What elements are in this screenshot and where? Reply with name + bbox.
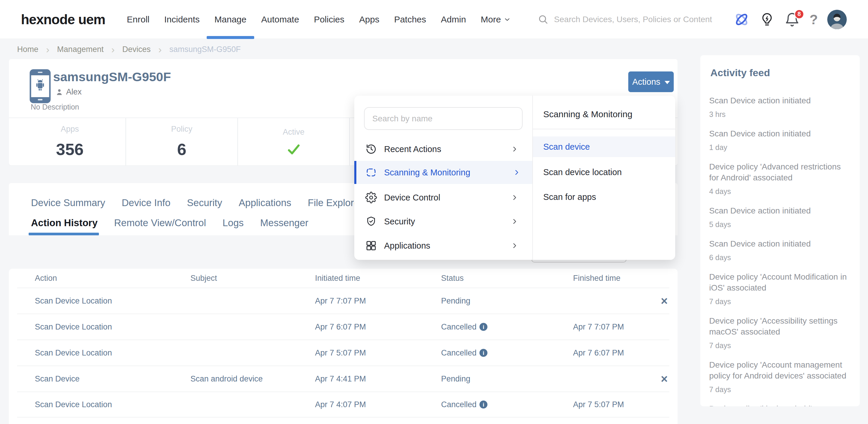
feed-item-text: Device policy 'Advanced restrictions for… bbox=[709, 161, 851, 183]
activity-feed-panel: Activity feed Scan Device action initiat… bbox=[700, 55, 860, 406]
action-history-table: Action Subject Initiated time Status Fin… bbox=[9, 269, 678, 424]
info-icon[interactable]: i bbox=[479, 323, 488, 331]
feed-item-text: Scan Device action initiated bbox=[709, 128, 851, 139]
more-label: More bbox=[480, 14, 501, 25]
cancel-action-icon[interactable]: × bbox=[658, 372, 671, 386]
tab-device-info[interactable]: Device Info bbox=[122, 197, 170, 208]
menu-item-label: Applications bbox=[384, 241, 430, 251]
submenu-item-scan-device[interactable]: Scan device bbox=[533, 137, 675, 157]
android-phone-icon bbox=[30, 69, 51, 103]
tab-security[interactable]: Security bbox=[187, 197, 222, 208]
submenu-item-scan-device-location[interactable]: Scan device location bbox=[533, 162, 675, 182]
feed-item: Device policy 'Account management policy… bbox=[709, 359, 851, 394]
status-text: Cancelled bbox=[441, 323, 476, 332]
status-text: Cancelled bbox=[441, 400, 476, 409]
nav-item-enroll[interactable]: Enroll bbox=[127, 0, 150, 39]
cell-initiated-time: Apr 7 6:07 PM bbox=[315, 323, 366, 332]
feed-item: Scan Device action initiated 5 days bbox=[709, 205, 851, 229]
actions-button[interactable]: Actions bbox=[628, 71, 674, 92]
breadcrumb-home[interactable]: Home bbox=[17, 45, 38, 54]
menu-item-scanning-monitoring[interactable]: Scanning & Monitoring bbox=[354, 161, 532, 184]
menu-item-label: Recent Actions bbox=[384, 144, 441, 154]
user-avatar[interactable] bbox=[827, 10, 847, 29]
user-icon bbox=[56, 88, 63, 96]
nav-item-admin[interactable]: Admin bbox=[441, 0, 466, 39]
cell-initiated-time: Apr 7 4:07 PM bbox=[315, 400, 366, 409]
active-check-icon bbox=[286, 143, 301, 156]
whats-new-button[interactable] bbox=[760, 12, 775, 27]
feed-item-text: Device policy 'kiosk android' associated bbox=[709, 403, 851, 406]
scan-icon bbox=[365, 166, 377, 178]
menu-item-applications[interactable]: Applications bbox=[354, 234, 532, 258]
breadcrumb-devices[interactable]: Devices bbox=[122, 45, 151, 54]
cell-status: Cancelled i bbox=[441, 400, 488, 409]
stat-apps-label: Apps bbox=[61, 125, 79, 134]
menu-item-recent-actions[interactable]: Recent Actions bbox=[354, 137, 532, 161]
cell-initiated-time: Apr 7 7:07 PM bbox=[315, 297, 366, 306]
search-icon bbox=[538, 14, 549, 25]
column-header-status: Status bbox=[441, 274, 464, 283]
device-owner-name[interactable]: Alex bbox=[66, 87, 82, 96]
nav-item-automate[interactable]: Automate bbox=[261, 0, 299, 39]
tab-device-summary[interactable]: Device Summary bbox=[31, 197, 105, 208]
menu-item-label: Device Control bbox=[384, 193, 440, 203]
notification-badge: 8 bbox=[794, 9, 804, 19]
activity-feed-title: Activity feed bbox=[710, 67, 851, 79]
stat-policy-label: Policy bbox=[171, 125, 192, 134]
feed-item: Device policy 'Advanced restrictions for… bbox=[709, 161, 851, 196]
nav-item-patches[interactable]: Patches bbox=[394, 0, 426, 39]
breadcrumb-management[interactable]: Management bbox=[57, 45, 104, 54]
table-row: Scan Device Location Apr 7 7:07 PM Pendi… bbox=[17, 287, 669, 313]
actions-button-label: Actions bbox=[632, 77, 660, 87]
submenu-item-scan-for-apps[interactable]: Scan for apps bbox=[533, 187, 675, 207]
table-row: Scan Device Scan android device Apr 7 4:… bbox=[17, 366, 669, 392]
tab-logs[interactable]: Logs bbox=[223, 217, 244, 229]
feed-item-text: Device policy 'Accessibility settings ma… bbox=[709, 315, 851, 337]
help-button[interactable]: ? bbox=[810, 11, 818, 27]
menu-item-label: Scanning & Monitoring bbox=[384, 168, 470, 178]
actions-search-input[interactable]: Search by name bbox=[364, 107, 523, 130]
table-row: Scan Device Location Apr 7 6:07 PM Cance… bbox=[17, 313, 669, 339]
stat-policy: Policy 6 bbox=[126, 118, 238, 165]
chevron-right-icon bbox=[512, 168, 521, 177]
breadcrumb-separator-icon: › bbox=[46, 44, 49, 54]
feed-item-time: 1 day bbox=[709, 143, 851, 152]
global-search-input[interactable]: Search Devices, Users, Policies or Conte… bbox=[538, 14, 712, 25]
cell-status: Pending bbox=[441, 374, 470, 384]
tabs-row-1: Device Summary Device Info Security Appl… bbox=[31, 197, 363, 208]
cell-status: Cancelled i bbox=[441, 323, 488, 332]
actions-search-placeholder: Search by name bbox=[372, 114, 433, 123]
menu-item-device-control[interactable]: Device Control bbox=[354, 186, 532, 209]
table-row: Scan Device Location Apr 7 4:07 PM Cance… bbox=[17, 392, 669, 418]
submenu-divider bbox=[533, 129, 675, 129]
nav-item-policies[interactable]: Policies bbox=[314, 0, 344, 39]
hexnode-genie-button[interactable] bbox=[733, 11, 750, 28]
column-header-subject: Subject bbox=[190, 274, 217, 283]
notifications-button[interactable]: 8 bbox=[784, 11, 800, 27]
cancel-action-icon[interactable]: × bbox=[658, 294, 671, 308]
info-icon[interactable]: i bbox=[479, 349, 488, 357]
info-icon[interactable]: i bbox=[479, 401, 488, 408]
hexnode-logo[interactable]: hexnode uem bbox=[21, 11, 105, 27]
tab-remote-view-control[interactable]: Remote View/Control bbox=[114, 217, 206, 229]
chevron-down-icon bbox=[503, 16, 511, 23]
actions-dropdown: Search by name Recent Actions Scanning &… bbox=[354, 96, 675, 260]
chevron-right-icon bbox=[510, 145, 519, 154]
menu-item-security[interactable]: Security bbox=[354, 210, 532, 233]
nav-item-more[interactable]: More bbox=[480, 0, 511, 39]
breadcrumb-separator-icon: › bbox=[111, 44, 115, 54]
tab-messenger[interactable]: Messenger bbox=[260, 217, 308, 229]
table-row: Scan Device Location Apr 7 5:07 PM Cance… bbox=[17, 339, 669, 366]
feed-item-time: 7 days bbox=[709, 341, 851, 350]
feed-item: Scan Device action initiated 1 day bbox=[709, 128, 851, 152]
stat-active: Active bbox=[238, 118, 350, 165]
top-nav: hexnode uem Enroll Incidents Manage Auto… bbox=[0, 0, 868, 39]
tab-action-history[interactable]: Action History bbox=[31, 217, 98, 229]
nav-item-apps[interactable]: Apps bbox=[359, 0, 379, 39]
nav-right-group: Search Devices, Users, Policies or Conte… bbox=[538, 10, 868, 29]
shield-icon bbox=[365, 216, 377, 228]
stat-apps: Apps 356 bbox=[14, 118, 126, 165]
nav-item-manage[interactable]: Manage bbox=[214, 0, 246, 39]
tab-applications[interactable]: Applications bbox=[239, 197, 291, 208]
nav-item-incidents[interactable]: Incidents bbox=[164, 0, 199, 39]
